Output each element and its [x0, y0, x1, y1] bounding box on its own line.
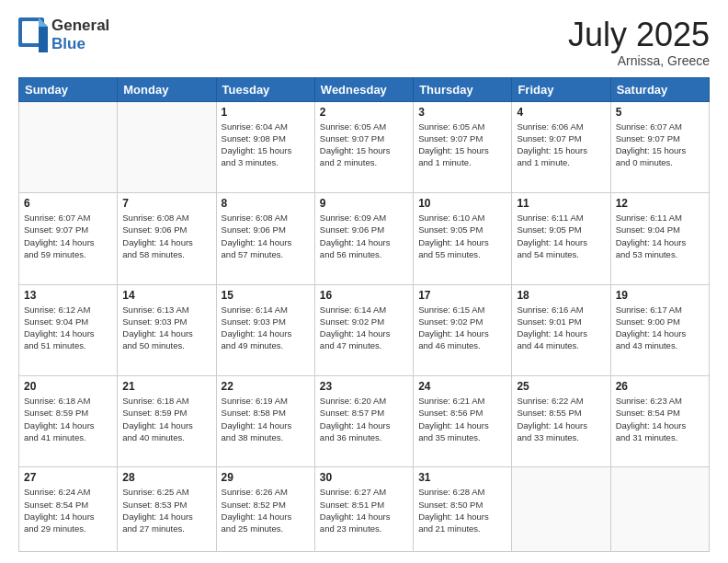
day-number: 3 — [418, 106, 506, 119]
cell-2-5: 10Sunrise: 6:10 AM Sunset: 9:05 PM Dayli… — [414, 193, 512, 284]
day-number: 24 — [418, 380, 506, 393]
cell-4-3: 22Sunrise: 6:19 AM Sunset: 8:58 PM Dayli… — [216, 376, 314, 467]
day-number: 18 — [517, 289, 605, 302]
svg-rect-1 — [22, 21, 40, 43]
day-number: 19 — [616, 289, 704, 302]
day-number: 20 — [24, 380, 112, 393]
day-number: 12 — [616, 197, 704, 210]
day-number: 10 — [418, 197, 506, 210]
cell-content: Sunrise: 6:05 AM Sunset: 9:07 PM Dayligh… — [320, 121, 408, 169]
cell-1-6: 4Sunrise: 6:06 AM Sunset: 9:07 PM Daylig… — [512, 101, 610, 192]
logo: General Blue — [18, 17, 109, 53]
title-block: July 2025 Arnissa, Greece — [568, 17, 710, 68]
cell-content: Sunrise: 6:26 AM Sunset: 8:52 PM Dayligh… — [222, 486, 310, 534]
day-number: 26 — [616, 380, 704, 393]
cell-content: Sunrise: 6:15 AM Sunset: 9:02 PM Dayligh… — [418, 304, 506, 352]
cell-content: Sunrise: 6:11 AM Sunset: 9:04 PM Dayligh… — [616, 212, 704, 260]
header-saturday: Saturday — [610, 77, 709, 101]
cell-4-1: 20Sunrise: 6:18 AM Sunset: 8:59 PM Dayli… — [19, 376, 118, 467]
cell-content: Sunrise: 6:05 AM Sunset: 9:07 PM Dayligh… — [418, 121, 506, 169]
cell-content: Sunrise: 6:08 AM Sunset: 9:06 PM Dayligh… — [222, 212, 310, 260]
cell-1-7: 5Sunrise: 6:07 AM Sunset: 9:07 PM Daylig… — [610, 101, 709, 192]
day-number: 5 — [616, 106, 704, 119]
logo-icon — [18, 17, 48, 52]
cell-5-1: 27Sunrise: 6:24 AM Sunset: 8:54 PM Dayli… — [19, 467, 118, 552]
cell-content: Sunrise: 6:18 AM Sunset: 8:59 PM Dayligh… — [24, 395, 112, 443]
day-number: 7 — [122, 197, 210, 210]
cell-4-7: 26Sunrise: 6:23 AM Sunset: 8:54 PM Dayli… — [610, 376, 709, 467]
day-number: 14 — [122, 289, 210, 302]
cell-content: Sunrise: 6:06 AM Sunset: 9:07 PM Dayligh… — [517, 121, 605, 169]
day-number: 28 — [122, 471, 210, 484]
week-row-3: 13Sunrise: 6:12 AM Sunset: 9:04 PM Dayli… — [19, 284, 710, 375]
day-number: 29 — [222, 471, 310, 484]
cell-content: Sunrise: 6:25 AM Sunset: 8:53 PM Dayligh… — [122, 486, 210, 534]
week-row-4: 20Sunrise: 6:18 AM Sunset: 8:59 PM Dayli… — [19, 376, 710, 467]
cell-2-3: 8Sunrise: 6:08 AM Sunset: 9:06 PM Daylig… — [216, 193, 314, 284]
week-row-2: 6Sunrise: 6:07 AM Sunset: 9:07 PM Daylig… — [19, 193, 710, 284]
cell-content: Sunrise: 6:04 AM Sunset: 9:08 PM Dayligh… — [222, 121, 310, 169]
cell-1-4: 2Sunrise: 6:05 AM Sunset: 9:07 PM Daylig… — [314, 101, 413, 192]
cell-3-2: 14Sunrise: 6:13 AM Sunset: 9:03 PM Dayli… — [118, 284, 216, 375]
day-number: 8 — [222, 197, 310, 210]
cell-content: Sunrise: 6:22 AM Sunset: 8:55 PM Dayligh… — [517, 395, 605, 443]
cell-3-1: 13Sunrise: 6:12 AM Sunset: 9:04 PM Dayli… — [19, 284, 118, 375]
day-number: 6 — [24, 197, 112, 210]
day-number: 4 — [517, 106, 605, 119]
logo-blue: Blue — [51, 35, 109, 53]
week-row-5: 27Sunrise: 6:24 AM Sunset: 8:54 PM Dayli… — [19, 467, 710, 552]
calendar-title: July 2025 — [568, 17, 710, 53]
cell-content: Sunrise: 6:23 AM Sunset: 8:54 PM Dayligh… — [616, 395, 704, 443]
day-number: 9 — [320, 197, 408, 210]
cell-content: Sunrise: 6:20 AM Sunset: 8:57 PM Dayligh… — [320, 395, 408, 443]
cell-content: Sunrise: 6:27 AM Sunset: 8:51 PM Dayligh… — [320, 486, 408, 534]
cell-2-2: 7Sunrise: 6:08 AM Sunset: 9:06 PM Daylig… — [118, 193, 216, 284]
header-monday: Monday — [118, 77, 216, 101]
cell-1-5: 3Sunrise: 6:05 AM Sunset: 9:07 PM Daylig… — [414, 101, 512, 192]
header-tuesday: Tuesday — [216, 77, 314, 101]
cell-3-4: 16Sunrise: 6:14 AM Sunset: 9:02 PM Dayli… — [314, 284, 413, 375]
cell-3-6: 18Sunrise: 6:16 AM Sunset: 9:01 PM Dayli… — [512, 284, 610, 375]
week-row-1: 1Sunrise: 6:04 AM Sunset: 9:08 PM Daylig… — [19, 101, 710, 192]
cell-content: Sunrise: 6:07 AM Sunset: 9:07 PM Dayligh… — [616, 121, 704, 169]
cell-2-1: 6Sunrise: 6:07 AM Sunset: 9:07 PM Daylig… — [19, 193, 118, 284]
cell-4-2: 21Sunrise: 6:18 AM Sunset: 8:59 PM Dayli… — [118, 376, 216, 467]
day-number: 22 — [222, 380, 310, 393]
cell-2-6: 11Sunrise: 6:11 AM Sunset: 9:05 PM Dayli… — [512, 193, 610, 284]
cell-1-3: 1Sunrise: 6:04 AM Sunset: 9:08 PM Daylig… — [216, 101, 314, 192]
cell-content: Sunrise: 6:24 AM Sunset: 8:54 PM Dayligh… — [24, 486, 112, 534]
cell-content: Sunrise: 6:28 AM Sunset: 8:50 PM Dayligh… — [418, 486, 506, 534]
cell-content: Sunrise: 6:10 AM Sunset: 9:05 PM Dayligh… — [418, 212, 506, 260]
cell-content: Sunrise: 6:21 AM Sunset: 8:56 PM Dayligh… — [418, 395, 506, 443]
cell-content: Sunrise: 6:09 AM Sunset: 9:06 PM Dayligh… — [320, 212, 408, 260]
page: General Blue July 2025 Arnissa, Greece S… — [0, 0, 728, 563]
weekday-header-row: Sunday Monday Tuesday Wednesday Thursday… — [19, 77, 710, 101]
cell-3-3: 15Sunrise: 6:14 AM Sunset: 9:03 PM Dayli… — [216, 284, 314, 375]
day-number: 13 — [24, 289, 112, 302]
logo-general: General — [51, 17, 109, 35]
cell-5-4: 30Sunrise: 6:27 AM Sunset: 8:51 PM Dayli… — [314, 467, 413, 552]
cell-content: Sunrise: 6:19 AM Sunset: 8:58 PM Dayligh… — [222, 395, 310, 443]
cell-1-1 — [19, 101, 118, 192]
day-number: 27 — [24, 471, 112, 484]
day-number: 1 — [222, 106, 310, 119]
day-number: 15 — [222, 289, 310, 302]
logo-text: General Blue — [51, 17, 109, 53]
day-number: 17 — [418, 289, 506, 302]
cell-4-4: 23Sunrise: 6:20 AM Sunset: 8:57 PM Dayli… — [314, 376, 413, 467]
day-number: 31 — [418, 471, 506, 484]
day-number: 2 — [320, 106, 408, 119]
cell-content: Sunrise: 6:17 AM Sunset: 9:00 PM Dayligh… — [616, 304, 704, 352]
cell-content: Sunrise: 6:08 AM Sunset: 9:06 PM Dayligh… — [122, 212, 210, 260]
day-number: 30 — [320, 471, 408, 484]
header-friday: Friday — [512, 77, 610, 101]
cell-5-3: 29Sunrise: 6:26 AM Sunset: 8:52 PM Dayli… — [216, 467, 314, 552]
cell-4-6: 25Sunrise: 6:22 AM Sunset: 8:55 PM Dayli… — [512, 376, 610, 467]
cell-content: Sunrise: 6:11 AM Sunset: 9:05 PM Dayligh… — [517, 212, 605, 260]
day-number: 11 — [517, 197, 605, 210]
cell-3-7: 19Sunrise: 6:17 AM Sunset: 9:00 PM Dayli… — [610, 284, 709, 375]
cell-4-5: 24Sunrise: 6:21 AM Sunset: 8:56 PM Dayli… — [414, 376, 512, 467]
cell-3-5: 17Sunrise: 6:15 AM Sunset: 9:02 PM Dayli… — [414, 284, 512, 375]
cell-2-4: 9Sunrise: 6:09 AM Sunset: 9:06 PM Daylig… — [314, 193, 413, 284]
day-number: 21 — [122, 380, 210, 393]
